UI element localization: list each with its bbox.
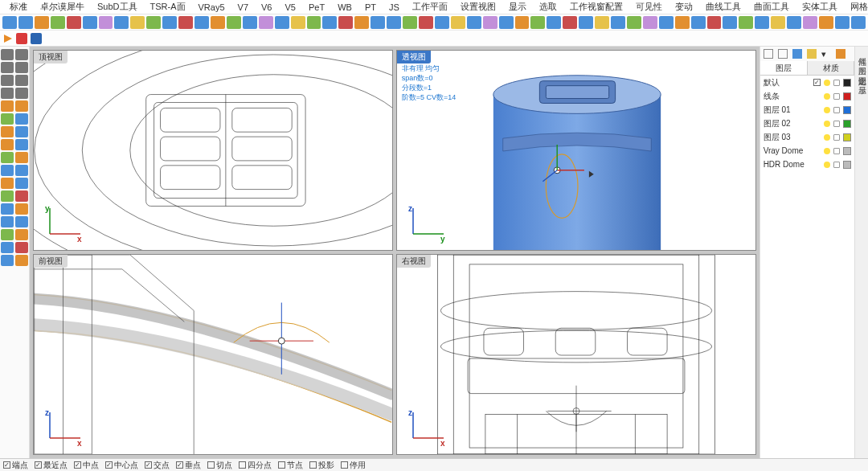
- menu-item[interactable]: 选取: [533, 1, 563, 13]
- tool-icon[interactable]: [515, 16, 530, 29]
- filter-icon[interactable]: ▾: [821, 49, 831, 59]
- tool-icon[interactable]: [194, 16, 209, 29]
- tool-icon[interactable]: [307, 16, 321, 29]
- tool-icon[interactable]: [836, 49, 845, 59]
- viewport-perspective[interactable]: 透视图 非有理 均匀 span数=0 分段数=1 阶数=5 CV数=14: [396, 50, 756, 251]
- layer-color-swatch[interactable]: [843, 92, 851, 100]
- tool-icon[interactable]: [627, 16, 641, 29]
- tool-icon[interactable]: [15, 255, 28, 266]
- layer-row[interactable]: 线条: [760, 89, 855, 103]
- lock-icon[interactable]: [833, 93, 840, 100]
- menu-item[interactable]: V5: [279, 2, 302, 12]
- tool-icon[interactable]: [835, 16, 850, 29]
- tool-icon[interactable]: [499, 16, 514, 29]
- layer-row[interactable]: 默认✓: [760, 76, 855, 89]
- menu-item[interactable]: 工作平面: [406, 1, 454, 13]
- tool-icon[interactable]: [435, 16, 449, 29]
- osnap-item[interactable]: 节点: [278, 460, 303, 471]
- layer-color-swatch[interactable]: [843, 161, 851, 169]
- menu-item[interactable]: 网格工具: [844, 1, 868, 13]
- tool-icon[interactable]: [1, 49, 14, 60]
- lock-icon[interactable]: [833, 134, 840, 141]
- lock-icon[interactable]: [833, 107, 840, 113]
- new-layer-icon[interactable]: [764, 49, 773, 59]
- tool-icon[interactable]: [387, 16, 401, 29]
- menu-item[interactable]: 设置视图: [454, 1, 502, 13]
- tool-icon[interactable]: [819, 16, 833, 29]
- bulb-icon[interactable]: [824, 162, 830, 168]
- layer-row[interactable]: 图层 01: [760, 103, 855, 117]
- tool-icon[interactable]: [31, 33, 42, 44]
- tool-icon[interactable]: [1, 62, 14, 73]
- layer-color-swatch[interactable]: [843, 120, 851, 128]
- tool-icon[interactable]: [1, 152, 14, 163]
- tool-icon[interactable]: [15, 113, 28, 125]
- tool-icon[interactable]: [354, 16, 369, 29]
- viewport-right[interactable]: 右视图: [396, 254, 756, 455]
- tool-icon[interactable]: [15, 100, 28, 112]
- lock-icon[interactable]: [833, 148, 840, 154]
- menu-item[interactable]: TSR-A面: [144, 1, 192, 13]
- osnap-item[interactable]: ✓中点: [74, 460, 99, 471]
- tool-icon[interactable]: [547, 16, 561, 29]
- tool-icon[interactable]: [467, 16, 481, 29]
- layer-color-swatch[interactable]: [843, 147, 851, 155]
- menu-item[interactable]: V6: [255, 2, 278, 12]
- tool-icon[interactable]: [807, 49, 817, 59]
- tool-icon[interactable]: [338, 16, 353, 29]
- menu-item[interactable]: 可见性: [629, 1, 669, 13]
- tool-icon[interactable]: [51, 16, 65, 29]
- tool-icon[interactable]: [483, 16, 497, 29]
- menu-item[interactable]: 实体工具: [796, 1, 844, 13]
- bulb-icon[interactable]: [824, 121, 830, 127]
- tool-icon[interactable]: [1, 100, 14, 112]
- tool-icon[interactable]: [755, 16, 769, 29]
- tool-icon[interactable]: [803, 16, 817, 29]
- tool-icon[interactable]: [99, 16, 113, 29]
- tool-icon[interactable]: [15, 88, 28, 99]
- viewport-top[interactable]: 顶视图 y x: [33, 50, 393, 251]
- viewport-label[interactable]: 右视图: [397, 255, 431, 268]
- tool-icon[interactable]: [67, 16, 81, 29]
- send-icon[interactable]: [4, 35, 12, 43]
- tool-icon[interactable]: [243, 16, 257, 29]
- menu-item[interactable]: PeT: [302, 2, 331, 12]
- tool-icon[interactable]: [15, 203, 28, 215]
- osnap-item[interactable]: 投影: [309, 460, 334, 471]
- viewport-label[interactable]: 前视图: [34, 255, 68, 268]
- tool-icon[interactable]: [1, 75, 14, 86]
- tool-icon[interactable]: [371, 16, 385, 29]
- tool-icon[interactable]: [707, 16, 722, 29]
- tool-icon[interactable]: [595, 16, 609, 29]
- tool-icon[interactable]: [15, 152, 28, 163]
- viewport-front[interactable]: 前视图 z x: [33, 254, 393, 455]
- tool-icon[interactable]: [83, 16, 97, 29]
- menu-item[interactable]: V7: [231, 2, 255, 12]
- menu-item[interactable]: 工作视窗配置: [563, 1, 629, 13]
- tool-icon[interactable]: [1, 126, 14, 137]
- tool-icon[interactable]: [1, 229, 14, 240]
- menu-item[interactable]: 显示: [502, 1, 533, 13]
- tool-icon[interactable]: [1, 165, 14, 176]
- tool-icon[interactable]: [1, 139, 14, 150]
- tool-icon[interactable]: [15, 216, 28, 227]
- osnap-item[interactable]: 停用: [341, 460, 366, 471]
- tool-icon[interactable]: [1, 88, 14, 99]
- bulb-icon[interactable]: [824, 134, 830, 141]
- tool-icon[interactable]: [1, 242, 14, 253]
- bulb-icon[interactable]: [824, 107, 830, 113]
- tool-icon[interactable]: [403, 16, 417, 29]
- layer-color-swatch[interactable]: [843, 133, 851, 141]
- lock-icon[interactable]: [833, 121, 840, 127]
- menu-item[interactable]: JS: [383, 2, 406, 12]
- tool-icon[interactable]: [1, 203, 14, 215]
- tool-icon[interactable]: [15, 242, 28, 253]
- tool-icon[interactable]: [739, 16, 753, 29]
- tool-icon[interactable]: [1, 178, 14, 189]
- lock-icon[interactable]: [833, 162, 840, 168]
- tool-icon[interactable]: [322, 16, 337, 29]
- tool-icon[interactable]: [15, 190, 28, 202]
- menu-item[interactable]: WB: [331, 2, 358, 12]
- bulb-icon[interactable]: [824, 80, 830, 86]
- tool-icon[interactable]: [419, 16, 433, 29]
